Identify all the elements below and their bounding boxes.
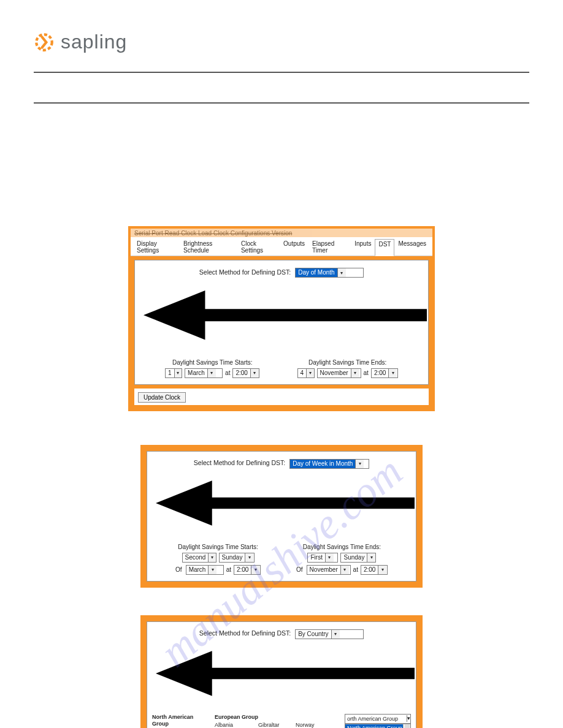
start-month-select[interactable]: March▾: [185, 368, 223, 378]
brand-logo: sapling: [34, 31, 529, 53]
rule-top: [34, 72, 529, 73]
chevron-down-icon: ▾: [367, 553, 375, 562]
dst-panel-day-of-month: Serial Port Read Clock Load Clock Config…: [128, 226, 435, 411]
tab-clock-settings[interactable]: Clock Settings: [237, 238, 280, 256]
chevron-down-icon: ▾: [208, 553, 215, 562]
dst-method-label: Select Method for Defining DST:: [199, 629, 291, 637]
tab-inputs[interactable]: Inputs: [351, 238, 375, 256]
chevron-down-icon: ▾: [251, 566, 259, 574]
svg-marker-2: [144, 290, 205, 339]
end-time-select[interactable]: 2:00▾: [371, 368, 398, 378]
dst-ends-label: Daylight Savings Time Ends:: [297, 359, 398, 366]
arrow-annotation-icon: [156, 531, 415, 538]
end-ordinal-select[interactable]: First▾: [307, 553, 338, 563]
dst-method-label: Select Method for Defining DST:: [194, 459, 285, 466]
chevron-down-icon: ▾: [355, 460, 364, 468]
sapling-icon: [34, 32, 55, 53]
chevron-down-icon: ▾: [337, 268, 346, 277]
at-label: at: [353, 566, 358, 573]
start-day-select[interactable]: 1▾: [165, 368, 182, 378]
dst-panel-day-of-week: Select Method for Defining DST: Day of W…: [140, 445, 423, 588]
dst-method-select[interactable]: By Country ▾: [295, 629, 364, 639]
of-label: Of: [175, 566, 182, 573]
end-month-select[interactable]: November▾: [307, 565, 351, 575]
svg-marker-6: [156, 651, 212, 696]
tab-outputs[interactable]: Outputs: [280, 238, 308, 256]
chevron-down-icon: ▾: [245, 553, 253, 562]
dst-method-select[interactable]: Day of Month ▾: [295, 268, 364, 278]
dst-panel-by-country: Select Method for Defining DST: By Count…: [140, 615, 423, 728]
window-toolbar-cut: Serial Port Read Clock Load Clock Config…: [131, 229, 432, 237]
chevron-down-icon: ▾: [174, 369, 182, 377]
chevron-down-icon: ▾: [207, 369, 216, 377]
tab-display-settings[interactable]: Display Settings: [133, 238, 180, 256]
update-clock-button[interactable]: Update Clock: [138, 392, 186, 403]
dst-method-label: Select Method for Defining DST:: [199, 268, 291, 276]
scrollbar[interactable]: [403, 724, 410, 728]
list-item[interactable]: North American Group: [345, 724, 410, 728]
of-label: Of: [296, 566, 303, 573]
brand-text: sapling: [61, 31, 127, 53]
dst-method-select[interactable]: Day of Week in Month ▾: [289, 459, 369, 469]
chevron-down-icon: ▾: [331, 630, 340, 639]
na-group-heading: North American Group: [152, 714, 207, 728]
tab-bar: Display Settings Brightness Schedule Clo…: [131, 237, 432, 256]
country-item: Gibraltar: [258, 722, 291, 728]
start-dow-select[interactable]: Sunday▾: [219, 553, 255, 563]
start-ordinal-select[interactable]: Second▾: [182, 553, 216, 563]
dst-ends-label: Daylight Savings Time Ends:: [296, 544, 388, 550]
dst-starts-label: Daylight Savings Time Starts:: [165, 359, 259, 366]
eu-group-heading: European Group: [215, 714, 337, 721]
tab-brightness-schedule[interactable]: Brightness Schedule: [180, 238, 237, 256]
start-month-select[interactable]: March▾: [186, 565, 224, 575]
arrow-annotation-icon: [156, 701, 415, 708]
dst-starts-label: Daylight Savings Time Starts:: [175, 544, 261, 550]
chevron-down-icon: ▾: [388, 369, 397, 377]
country-item: Norway: [296, 722, 343, 728]
chevron-down-icon: ▾: [378, 566, 386, 574]
chevron-down-icon: ▾: [407, 715, 410, 722]
chevron-down-icon: ▾: [208, 566, 216, 574]
chevron-down-icon: ▾: [306, 369, 313, 377]
svg-marker-4: [156, 480, 212, 525]
start-time-select[interactable]: 2:00▾: [232, 368, 259, 378]
at-label: at: [364, 370, 369, 376]
chevron-down-icon: ▾: [351, 369, 359, 377]
tab-dst[interactable]: DST: [375, 239, 394, 256]
chevron-down-icon: ▾: [340, 566, 349, 574]
arrow-annotation-icon: [144, 346, 427, 354]
country-group-listbox[interactable]: orth American Group ▾ North American Gro…: [345, 714, 411, 728]
chevron-down-icon: ▾: [250, 369, 259, 377]
end-dow-select[interactable]: Sunday▾: [340, 553, 376, 563]
at-label: at: [226, 566, 231, 573]
start-time-select[interactable]: 2:00▾: [234, 565, 261, 575]
chevron-down-icon: ▾: [325, 553, 334, 562]
end-month-select[interactable]: November▾: [317, 368, 361, 378]
tab-messages[interactable]: Messages: [394, 238, 430, 256]
end-day-select[interactable]: 4▾: [297, 368, 315, 378]
svg-point-0: [36, 34, 52, 50]
tab-elapsed-timer[interactable]: Elapsed Timer: [308, 238, 351, 256]
at-label: at: [225, 370, 230, 376]
end-time-select[interactable]: 2:00▾: [361, 565, 388, 575]
country-item: Albania: [215, 722, 253, 728]
